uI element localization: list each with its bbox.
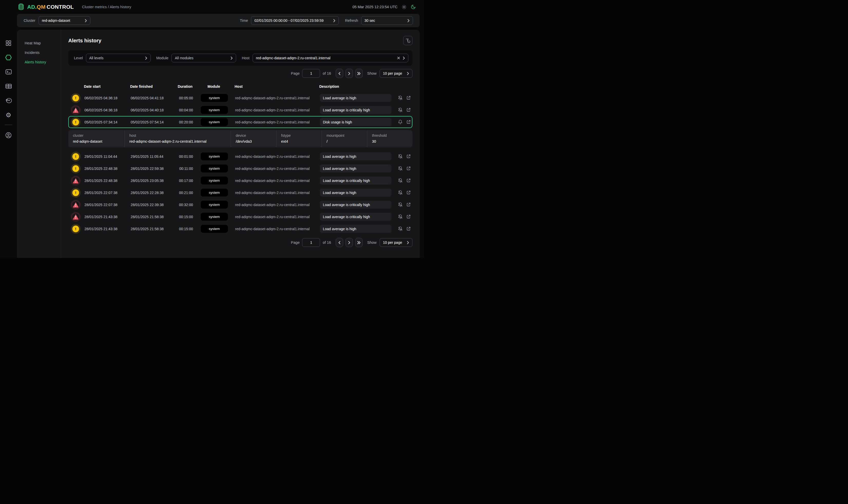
table-row[interactable]: ! 05/02/2025 07:34:14 05/02/2025 07:54:1… bbox=[68, 116, 412, 128]
detail-field: threshold 30 bbox=[367, 130, 412, 147]
col-module: Module bbox=[193, 85, 235, 89]
sidebar-item-incidents[interactable]: Incidents bbox=[25, 51, 61, 55]
last-page-button[interactable] bbox=[355, 69, 363, 78]
refresh-interval-select[interactable]: 30 sec bbox=[361, 16, 413, 25]
external-link-icon[interactable] bbox=[406, 178, 411, 183]
duration-value: 00:01:00 bbox=[175, 155, 194, 159]
external-link-icon[interactable] bbox=[406, 120, 411, 124]
table-row[interactable]: ! 28/01/2025 21:43:38 28/01/2025 21:58:3… bbox=[68, 223, 412, 235]
bell-slash-icon[interactable] bbox=[398, 95, 403, 100]
detail-field-label: device bbox=[236, 133, 272, 138]
external-link-icon[interactable] bbox=[406, 226, 411, 231]
table-row[interactable]: ! 28/01/2025 22:48:38 28/01/2025 23:05:3… bbox=[68, 175, 412, 186]
clear-host-icon[interactable] bbox=[397, 56, 400, 59]
level-select[interactable]: All levels bbox=[86, 54, 151, 62]
terminal-icon[interactable] bbox=[0, 65, 17, 79]
table-row[interactable]: ! 06/02/2025 04:36:18 06/02/2025 04:40:1… bbox=[68, 104, 412, 116]
light-theme-sun-icon[interactable] bbox=[402, 5, 407, 10]
sidebar-item-heat-map[interactable]: Heat Map bbox=[25, 41, 61, 45]
bell-slash-icon[interactable] bbox=[398, 190, 403, 195]
severity-cell: ! bbox=[70, 165, 82, 172]
bell-slash-icon[interactable] bbox=[398, 108, 403, 112]
description-value: Disk usage is high bbox=[320, 118, 392, 126]
table-row[interactable]: ! 06/02/2025 04:36:18 06/02/2025 04:41:1… bbox=[68, 92, 412, 104]
chevron-right-icon bbox=[407, 72, 409, 75]
table-row[interactable]: ! 28/01/2025 22:07:38 28/01/2025 22:39:3… bbox=[68, 199, 412, 211]
external-link-icon[interactable] bbox=[406, 166, 411, 171]
bell-slash-icon[interactable] bbox=[398, 166, 403, 171]
bell-slash-icon[interactable] bbox=[398, 226, 403, 231]
per-page-select[interactable]: 10 per page bbox=[380, 238, 412, 247]
external-link-icon[interactable] bbox=[406, 154, 411, 159]
detail-field-value: / bbox=[326, 139, 362, 143]
last-page-button[interactable] bbox=[355, 238, 363, 247]
date-finished-value: 28/01/2025 21:58:38 bbox=[128, 227, 175, 231]
external-link-icon[interactable] bbox=[406, 202, 411, 207]
time-range-select[interactable]: 02/01/2025 00:00:00 - 07/02/2025 23:59:5… bbox=[251, 16, 339, 25]
table-row[interactable]: ! 28/01/2025 21:43:38 28/01/2025 21:58:3… bbox=[68, 211, 412, 223]
col-host: Host bbox=[235, 85, 319, 89]
host-select[interactable]: red-adqmc-dataset-adqm-2.ru-central1.int… bbox=[253, 54, 408, 62]
icon-rail: ⚙ bbox=[0, 30, 17, 258]
bell-slash-icon[interactable] bbox=[398, 178, 403, 183]
module-select[interactable]: All modules bbox=[172, 54, 236, 62]
chevron-right-icon bbox=[85, 19, 87, 22]
bell-slash-icon[interactable] bbox=[398, 154, 403, 159]
sidebar-item-alerts-history[interactable]: Alerts history bbox=[25, 60, 61, 64]
detail-field-value: /dev/vda3 bbox=[236, 139, 272, 143]
detail-field-value: red-adqmc-dataset-adqm-2.ru-central1.int… bbox=[129, 139, 226, 143]
external-link-icon[interactable] bbox=[406, 95, 411, 100]
next-page-button[interactable] bbox=[345, 238, 353, 247]
account-icon[interactable] bbox=[0, 128, 17, 142]
page-number-input[interactable] bbox=[302, 238, 320, 247]
reset-filters-button[interactable] bbox=[403, 36, 412, 45]
tables-icon[interactable] bbox=[0, 79, 17, 93]
context-toolbar: Cluster red-adqm-dataset Time 02/01/2025… bbox=[17, 14, 420, 27]
access-key-icon[interactable] bbox=[0, 93, 17, 108]
show-label: Show bbox=[367, 240, 377, 245]
col-duration: Duration bbox=[175, 85, 193, 89]
bell-slash-icon[interactable] bbox=[398, 202, 403, 207]
prev-page-button[interactable] bbox=[336, 238, 343, 247]
page-title: Alerts history bbox=[68, 38, 102, 43]
duration-value: 00:21:00 bbox=[175, 191, 194, 195]
date-start-value: 28/01/2025 21:43:38 bbox=[82, 227, 128, 231]
duration-value: 00:15:00 bbox=[175, 215, 194, 219]
date-finished-value: 05/02/2025 07:54:14 bbox=[128, 120, 175, 124]
logo-text-control: CONTROL bbox=[47, 4, 74, 10]
col-date-start: Date start bbox=[81, 85, 127, 89]
cluster-hexagon-icon[interactable] bbox=[0, 50, 17, 65]
cluster-select[interactable]: red-adqm-dataset bbox=[38, 16, 90, 25]
critical-icon bbox=[72, 107, 79, 113]
external-link-icon[interactable] bbox=[406, 214, 411, 219]
table-body: ! 06/02/2025 04:36:18 06/02/2025 04:41:1… bbox=[68, 92, 412, 235]
dashboard-grid-icon[interactable] bbox=[0, 36, 17, 50]
date-start-value: 06/02/2025 04:36:18 bbox=[82, 96, 128, 100]
settings-gear-icon[interactable]: ⚙ bbox=[0, 108, 17, 122]
module-badge: system bbox=[201, 188, 228, 197]
table-row[interactable]: ! 28/01/2025 22:07:38 28/01/2025 22:28:3… bbox=[68, 186, 412, 199]
pagination-bottom: Page of 16 Show bbox=[68, 238, 412, 247]
critical-icon bbox=[72, 214, 79, 220]
external-link-icon[interactable] bbox=[406, 108, 411, 112]
page-number-input[interactable] bbox=[302, 69, 320, 78]
bell-slash-icon[interactable] bbox=[398, 214, 403, 219]
detail-field-label: mountpoint bbox=[326, 133, 362, 138]
app-logo[interactable]: AD.QMCONTROL bbox=[17, 3, 74, 11]
table-row[interactable]: ! 28/01/2025 22:48:38 28/01/2025 22:59:3… bbox=[68, 162, 412, 175]
next-page-button[interactable] bbox=[345, 69, 353, 78]
external-link-icon[interactable] bbox=[406, 190, 411, 195]
detail-field: mountpoint / bbox=[322, 130, 367, 147]
table-row[interactable]: ! 29/01/2025 11:04:44 29/01/2025 11:05:4… bbox=[68, 150, 412, 162]
description-value: Load average is critically high bbox=[320, 106, 392, 114]
dark-theme-moon-icon[interactable] bbox=[411, 4, 416, 10]
module-badge: system bbox=[201, 106, 228, 114]
page-label: Page bbox=[291, 240, 300, 245]
module-badge: system bbox=[201, 225, 228, 233]
module-badge: system bbox=[201, 201, 228, 209]
prev-page-button[interactable] bbox=[336, 69, 343, 78]
time-label: Time bbox=[240, 18, 248, 22]
per-page-select[interactable]: 10 per page bbox=[380, 69, 412, 78]
bell-icon[interactable] bbox=[398, 120, 403, 124]
date-finished-value: 28/01/2025 22:39:38 bbox=[128, 203, 175, 207]
